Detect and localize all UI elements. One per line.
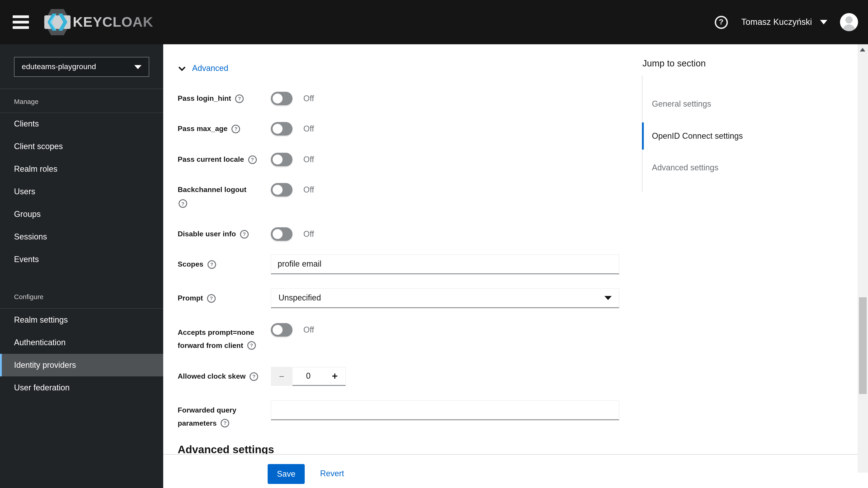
help-icon[interactable]: ? <box>248 155 257 164</box>
form-row-pass-login-hint: Pass login_hint? Off <box>178 92 314 105</box>
avatar[interactable] <box>840 13 858 31</box>
vertical-scrollbar <box>858 44 868 473</box>
sidebar-item-events[interactable]: Events <box>0 248 163 271</box>
toggle-state-label: Off <box>303 155 314 164</box>
form-action-bar: Save Revert <box>163 454 868 488</box>
scrollbar-thumb[interactable] <box>859 297 867 394</box>
pass-login-hint-toggle[interactable] <box>271 92 292 105</box>
sidebar-item-groups[interactable]: Groups <box>0 203 163 225</box>
save-button[interactable]: Save <box>268 464 305 484</box>
jump-item-general-settings[interactable]: General settings <box>652 99 711 109</box>
brand-text: KEYCLOAK <box>73 14 153 30</box>
backchannel-logout-toggle[interactable] <box>271 183 292 197</box>
form-row-scopes: Scopes? <box>178 254 619 274</box>
advanced-expandable-label: Advanced <box>192 64 228 73</box>
sidebar-nav: eduteams-playground Manage Clients Clien… <box>0 44 163 488</box>
sidebar-item-realm-settings[interactable]: Realm settings <box>0 308 163 331</box>
field-label: Allowed clock skew <box>178 372 246 381</box>
form-row-pass-current-locale: Pass current locale? Off <box>178 153 314 166</box>
jump-to-section-title: Jump to section <box>643 58 706 69</box>
form-row-disable-user-info: Disable user info? Off <box>178 227 314 241</box>
field-label: Scopes <box>178 260 204 268</box>
clock-skew-stepper: − 0 + <box>271 367 346 386</box>
toggle-state-label: Off <box>303 124 314 133</box>
clock-skew-value[interactable]: 0 <box>292 367 324 386</box>
sidebar-item-clients[interactable]: Clients <box>0 112 163 135</box>
field-label: Disable user info <box>178 230 236 238</box>
chevron-down-icon <box>820 20 827 24</box>
help-icon[interactable]: ? <box>240 230 249 238</box>
help-icon[interactable]: ? <box>247 341 256 350</box>
field-label: Backchannel logout <box>178 186 246 194</box>
sidebar-item-users[interactable]: Users <box>0 180 163 203</box>
field-label-forwarded-query: Forwarded query parameters? <box>178 403 274 430</box>
keycloak-admin-console: KEYCLOAK ? Tomasz Kuczyński eduteams-pla… <box>0 0 868 488</box>
sidebar-item-identity-providers[interactable]: Identity providers <box>0 354 163 377</box>
scopes-input[interactable] <box>271 254 619 274</box>
jump-item-openid-connect-settings[interactable]: OpenID Connect settings <box>652 131 743 141</box>
toggle-state-label: Off <box>303 185 314 195</box>
chevron-down-icon <box>134 65 142 69</box>
help-icon[interactable]: ? <box>207 294 216 302</box>
sidebar-item-sessions[interactable]: Sessions <box>0 225 163 248</box>
nav-group-label-configure: Configure <box>14 293 43 300</box>
active-section-indicator <box>642 123 644 150</box>
minus-button[interactable]: − <box>271 367 292 386</box>
field-label: Pass current locale <box>178 156 244 164</box>
keycloak-shield-icon <box>43 8 72 36</box>
plus-button[interactable]: + <box>324 367 346 386</box>
chevron-down-icon <box>178 64 185 71</box>
revert-button[interactable]: Revert <box>320 469 344 479</box>
disable-user-info-toggle[interactable] <box>271 227 292 241</box>
help-icon[interactable]: ? <box>235 94 244 103</box>
nav-group-label-manage: Manage <box>14 98 38 105</box>
form-row-prompt: Prompt? Unspecified <box>178 288 619 308</box>
keycloak-logo[interactable]: KEYCLOAK <box>43 8 153 37</box>
hamburger-menu-icon[interactable] <box>13 15 29 29</box>
help-icon[interactable]: ? <box>715 15 727 29</box>
form-row-pass-max-age: Pass max_age? Off <box>178 122 314 135</box>
help-icon[interactable]: ? <box>232 125 240 133</box>
field-label-accepts-prompt-none: Accepts prompt=none forward from client? <box>178 326 274 352</box>
scroll-up-arrow-icon[interactable] <box>860 48 865 52</box>
accepts-prompt-none-toggle[interactable] <box>271 323 292 337</box>
help-icon[interactable]: ? <box>208 260 216 269</box>
realm-selector-value: eduteams-playground <box>22 62 96 71</box>
advanced-expandable-toggle[interactable]: Advanced <box>180 64 228 73</box>
sidebar-item-authentication[interactable]: Authentication <box>0 331 163 354</box>
masthead: KEYCLOAK ? Tomasz Kuczyński <box>0 0 868 44</box>
jump-item-advanced-settings[interactable]: Advanced settings <box>652 163 718 173</box>
sidebar-item-client-scopes[interactable]: Client scopes <box>0 135 163 158</box>
chevron-down-icon <box>604 296 612 300</box>
field-label: Pass login_hint <box>178 94 231 103</box>
field-label: Prompt <box>178 294 203 302</box>
header-toolbar: ? Tomasz Kuczyński <box>715 0 858 44</box>
sidebar-item-user-federation[interactable]: User federation <box>0 377 163 399</box>
divider <box>0 89 163 89</box>
help-icon[interactable]: ? <box>250 372 258 381</box>
forwarded-query-input[interactable] <box>271 400 619 420</box>
help-icon[interactable]: ? <box>221 419 229 427</box>
realm-selector[interactable]: eduteams-playground <box>14 57 149 77</box>
form-row-backchannel-logout: Backchannel logout Off <box>178 183 314 197</box>
toggle-state-label: Off <box>303 94 314 103</box>
field-label: Pass max_age <box>178 125 228 133</box>
user-menu-name[interactable]: Tomasz Kuczyński <box>741 17 812 27</box>
form-row-accepts-prompt-none: Off <box>271 323 314 337</box>
pass-max-age-toggle[interactable] <box>271 122 292 135</box>
help-icon[interactable]: ? <box>179 199 187 208</box>
sidebar-item-realm-roles[interactable]: Realm roles <box>0 158 163 180</box>
pass-current-locale-toggle[interactable] <box>271 153 292 166</box>
toggle-state-label: Off <box>303 229 314 239</box>
form-row-allowed-clock-skew: Allowed clock skew? − 0 + <box>178 367 346 386</box>
toggle-state-label: Off <box>303 325 314 335</box>
prompt-select[interactable]: Unspecified <box>271 288 619 308</box>
prompt-select-value: Unspecified <box>278 293 321 303</box>
